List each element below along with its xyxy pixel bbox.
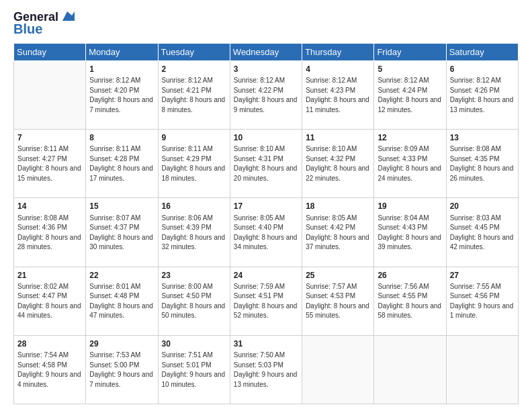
day-number: 3 <box>234 64 298 75</box>
day-info: Sunrise: 8:05 AMSunset: 4:42 PMDaylight:… <box>306 214 370 253</box>
calendar-week-4: 21Sunrise: 8:02 AMSunset: 4:47 PMDayligh… <box>14 267 519 335</box>
logo: General Blue <box>13 11 75 36</box>
day-number: 14 <box>17 201 82 212</box>
calendar-cell <box>446 335 518 404</box>
day-number: 20 <box>450 201 515 212</box>
col-header-saturday: Saturday <box>446 43 518 60</box>
day-number: 15 <box>89 201 154 212</box>
col-header-wednesday: Wednesday <box>230 43 302 60</box>
day-info: Sunrise: 8:12 AMSunset: 4:20 PMDaylight:… <box>89 76 154 115</box>
calendar-cell: 25Sunrise: 7:57 AMSunset: 4:53 PMDayligh… <box>302 267 374 335</box>
day-info: Sunrise: 8:02 AMSunset: 4:47 PMDaylight:… <box>17 282 82 321</box>
svg-marker-0 <box>62 11 75 21</box>
calendar-cell: 14Sunrise: 8:08 AMSunset: 4:36 PMDayligh… <box>14 198 86 267</box>
calendar-cell: 28Sunrise: 7:54 AMSunset: 4:58 PMDayligh… <box>14 335 86 404</box>
calendar-cell: 27Sunrise: 7:55 AMSunset: 4:56 PMDayligh… <box>446 267 518 335</box>
col-header-friday: Friday <box>374 43 446 60</box>
day-number: 24 <box>234 270 298 281</box>
header: General Blue <box>13 11 519 36</box>
calendar-cell: 11Sunrise: 8:10 AMSunset: 4:32 PMDayligh… <box>302 130 374 198</box>
calendar-cell <box>374 335 446 404</box>
calendar-cell: 24Sunrise: 7:59 AMSunset: 4:51 PMDayligh… <box>230 267 302 335</box>
calendar-cell: 9Sunrise: 8:11 AMSunset: 4:29 PMDaylight… <box>158 130 230 198</box>
day-info: Sunrise: 8:00 AMSunset: 4:50 PMDaylight:… <box>162 282 226 321</box>
calendar-cell: 13Sunrise: 8:08 AMSunset: 4:35 PMDayligh… <box>446 130 518 198</box>
day-info: Sunrise: 8:10 AMSunset: 4:32 PMDaylight:… <box>306 144 370 183</box>
day-number: 6 <box>450 64 515 75</box>
day-info: Sunrise: 8:11 AMSunset: 4:29 PMDaylight:… <box>162 144 226 183</box>
calendar-cell: 1Sunrise: 8:12 AMSunset: 4:20 PMDaylight… <box>86 60 158 129</box>
calendar-cell: 18Sunrise: 8:05 AMSunset: 4:42 PMDayligh… <box>302 198 374 267</box>
day-info: Sunrise: 8:12 AMSunset: 4:24 PMDaylight:… <box>378 76 442 115</box>
day-info: Sunrise: 8:10 AMSunset: 4:31 PMDaylight:… <box>234 144 298 183</box>
day-number: 25 <box>306 270 370 281</box>
calendar-cell: 26Sunrise: 7:56 AMSunset: 4:55 PMDayligh… <box>374 267 446 335</box>
day-number: 2 <box>162 64 226 75</box>
day-info: Sunrise: 7:56 AMSunset: 4:55 PMDaylight:… <box>378 282 442 321</box>
day-number: 30 <box>162 338 226 350</box>
day-info: Sunrise: 8:01 AMSunset: 4:48 PMDaylight:… <box>89 282 154 321</box>
day-number: 21 <box>17 270 82 281</box>
day-number: 11 <box>306 132 370 144</box>
page: General Blue SundayMondayTuesdayWednesda… <box>0 0 532 411</box>
calendar-cell: 12Sunrise: 8:09 AMSunset: 4:33 PMDayligh… <box>374 130 446 198</box>
calendar-cell: 16Sunrise: 8:06 AMSunset: 4:39 PMDayligh… <box>158 198 230 267</box>
calendar-week-3: 14Sunrise: 8:08 AMSunset: 4:36 PMDayligh… <box>14 198 519 267</box>
col-header-sunday: Sunday <box>14 43 86 60</box>
day-info: Sunrise: 8:03 AMSunset: 4:45 PMDaylight:… <box>450 214 515 253</box>
calendar-cell: 7Sunrise: 8:11 AMSunset: 4:27 PMDaylight… <box>14 130 86 198</box>
calendar-week-5: 28Sunrise: 7:54 AMSunset: 4:58 PMDayligh… <box>14 335 519 404</box>
calendar-cell: 21Sunrise: 8:02 AMSunset: 4:47 PMDayligh… <box>14 267 86 335</box>
day-number: 26 <box>378 270 442 281</box>
calendar-cell: 19Sunrise: 8:04 AMSunset: 4:43 PMDayligh… <box>374 198 446 267</box>
calendar-cell: 5Sunrise: 8:12 AMSunset: 4:24 PMDaylight… <box>374 60 446 129</box>
day-info: Sunrise: 8:12 AMSunset: 4:22 PMDaylight:… <box>234 76 298 115</box>
day-info: Sunrise: 7:51 AMSunset: 5:01 PMDaylight:… <box>162 351 226 390</box>
day-number: 31 <box>234 338 298 350</box>
calendar-cell: 4Sunrise: 8:12 AMSunset: 4:23 PMDaylight… <box>302 60 374 129</box>
calendar-cell: 10Sunrise: 8:10 AMSunset: 4:31 PMDayligh… <box>230 130 302 198</box>
day-info: Sunrise: 8:08 AMSunset: 4:35 PMDaylight:… <box>450 144 515 183</box>
day-info: Sunrise: 7:59 AMSunset: 4:51 PMDaylight:… <box>234 282 298 321</box>
day-info: Sunrise: 8:12 AMSunset: 4:23 PMDaylight:… <box>306 76 370 115</box>
calendar-week-2: 7Sunrise: 8:11 AMSunset: 4:27 PMDaylight… <box>14 130 519 198</box>
calendar-cell <box>302 335 374 404</box>
logo-blue: Blue <box>13 21 42 36</box>
day-number: 5 <box>378 64 442 75</box>
day-info: Sunrise: 8:06 AMSunset: 4:39 PMDaylight:… <box>162 214 226 253</box>
day-number: 12 <box>378 132 442 144</box>
day-number: 27 <box>450 270 515 281</box>
day-number: 7 <box>17 132 82 144</box>
day-number: 22 <box>89 270 154 281</box>
calendar-cell: 30Sunrise: 7:51 AMSunset: 5:01 PMDayligh… <box>158 335 230 404</box>
day-number: 9 <box>162 132 226 144</box>
calendar-week-1: 1Sunrise: 8:12 AMSunset: 4:20 PMDaylight… <box>14 60 519 129</box>
calendar-cell: 6Sunrise: 8:12 AMSunset: 4:26 PMDaylight… <box>446 60 518 129</box>
calendar-cell: 20Sunrise: 8:03 AMSunset: 4:45 PMDayligh… <box>446 198 518 267</box>
logo-icon <box>60 9 75 24</box>
day-number: 18 <box>306 201 370 212</box>
day-info: Sunrise: 7:50 AMSunset: 5:03 PMDaylight:… <box>234 351 298 390</box>
calendar-cell: 2Sunrise: 8:12 AMSunset: 4:21 PMDaylight… <box>158 60 230 129</box>
calendar-header-row: SundayMondayTuesdayWednesdayThursdayFrid… <box>14 43 519 60</box>
calendar-cell: 8Sunrise: 8:11 AMSunset: 4:28 PMDaylight… <box>86 130 158 198</box>
col-header-thursday: Thursday <box>302 43 374 60</box>
day-number: 13 <box>450 132 515 144</box>
day-number: 16 <box>162 201 226 212</box>
col-header-tuesday: Tuesday <box>158 43 230 60</box>
day-info: Sunrise: 7:54 AMSunset: 4:58 PMDaylight:… <box>17 351 82 390</box>
calendar-cell: 23Sunrise: 8:00 AMSunset: 4:50 PMDayligh… <box>158 267 230 335</box>
day-number: 29 <box>89 338 154 350</box>
calendar-table: SundayMondayTuesdayWednesdayThursdayFrid… <box>13 43 519 404</box>
day-info: Sunrise: 8:09 AMSunset: 4:33 PMDaylight:… <box>378 144 442 183</box>
day-info: Sunrise: 8:07 AMSunset: 4:37 PMDaylight:… <box>89 214 154 253</box>
calendar-cell: 31Sunrise: 7:50 AMSunset: 5:03 PMDayligh… <box>230 335 302 404</box>
day-info: Sunrise: 8:12 AMSunset: 4:26 PMDaylight:… <box>450 76 515 115</box>
day-info: Sunrise: 7:55 AMSunset: 4:56 PMDaylight:… <box>450 282 515 321</box>
day-number: 8 <box>89 132 154 144</box>
day-number: 28 <box>17 338 82 350</box>
calendar-cell: 22Sunrise: 8:01 AMSunset: 4:48 PMDayligh… <box>86 267 158 335</box>
day-info: Sunrise: 8:05 AMSunset: 4:40 PMDaylight:… <box>234 214 298 253</box>
day-number: 1 <box>89 64 154 75</box>
day-number: 10 <box>234 132 298 144</box>
